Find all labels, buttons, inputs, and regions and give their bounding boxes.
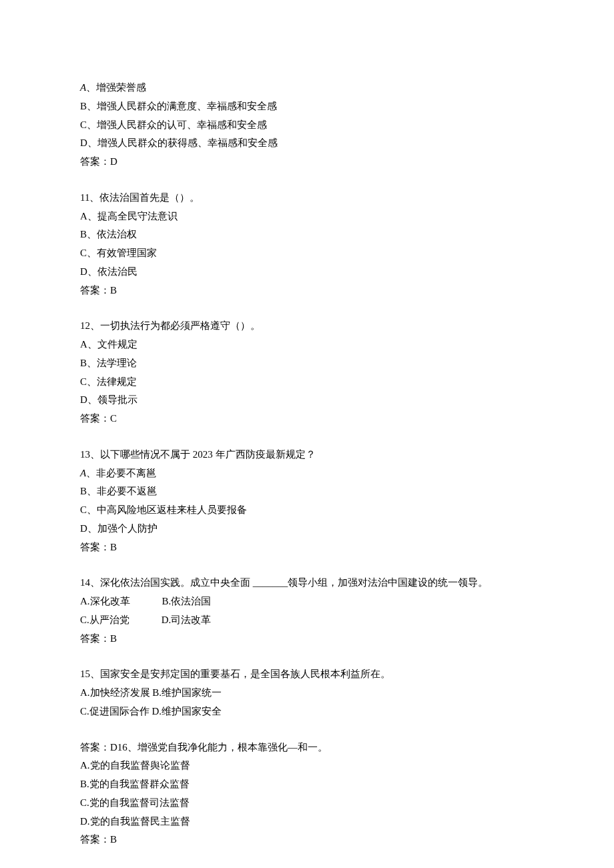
question-12: 12、一切执法行为都必须严格遵守（）。 A、文件规定 B、法学理论 C、法律规定… [80,317,534,428]
option-c: C、增强人民群众的认可、幸福感和安全感 [80,116,534,135]
option-a-text: 、增强荣誉感 [86,82,146,93]
question-stem: 12、一切执法行为都必须严格遵守（）。 [80,317,534,336]
option-c: C.从严治党 [80,611,129,630]
question-14: 14、深化依法治国实践。成立中央全面 _______领导小组，加强对法治中国建设… [80,574,534,648]
option-d: D.司法改革 [162,611,212,630]
options-cd: C.促进国际合作 D.维护国家安全 [80,703,534,721]
option-d: D、领导批示 [80,391,534,410]
option-c: C、有效管理国家 [80,244,534,263]
option-a-prefix: A [80,82,86,93]
option-b: B、非必要不返邕 [80,482,534,501]
answer: 答案：C [80,410,534,428]
option-c: C、中高风险地区返桂来桂人员要报备 [80,501,534,520]
option-d: D、加强个人防护 [80,520,534,538]
question-stem: 15、国家安全是安邦定国的重要基石，是全国各族人民根本利益所在。 [80,665,534,684]
options-row-1: A.深化改革 B.依法治国 [80,592,534,611]
option-b: B、依法治权 [80,226,534,244]
option-a-text: 、非必要不离邕 [86,468,156,478]
question-16: 答案：D16、增强党自我净化能力，根本靠强化—和一。 A.党的自我监督舆论监督 … [80,739,534,850]
question-10-options: A、增强荣誉感 B、增强人民群众的满意度、幸福感和安全感 C、增强人民群众的认可… [80,79,534,171]
option-a-prefix: A [80,468,86,478]
question-15: 15、国家安全是安邦定国的重要基石，是全国各族人民根本利益所在。 A.加快经济发… [80,665,534,721]
option-d: D、增强人民群众的获得感、幸福感和安全感 [80,134,534,153]
answer: 答案：B [80,630,534,648]
question-13: 13、以下哪些情况不属于 2023 年广西防疫最新规定？ A、非必要不离邕 B、… [80,446,534,557]
option-a: A、增强荣誉感 [80,79,534,97]
answer: 答案：B [80,831,534,849]
option-b: B.党的自我监督群众监督 [80,775,534,794]
question-stem: 14、深化依法治国实践。成立中央全面 _______领导小组，加强对法治中国建设… [80,574,534,592]
option-a: A、非必要不离邕 [80,464,534,483]
option-c: C、法律规定 [80,373,534,392]
answer: 答案：B [80,282,534,300]
option-b: B.依法治国 [162,592,212,611]
option-b: B、法学理论 [80,354,534,373]
question-stem: 13、以下哪些情况不属于 2023 年广西防疫最新规定？ [80,446,534,464]
answer: 答案：B [80,538,534,557]
options-row-2: C.从严治党 D.司法改革 [80,611,534,630]
option-b: B、增强人民群众的满意度、幸福感和安全感 [80,97,534,116]
option-a: A、文件规定 [80,336,534,354]
option-d: D.党的自我监督民主监督 [80,813,534,831]
question-11: 11、依法治国首先是（）。 A、提高全民守法意识 B、依法治权 C、有效管理国家… [80,189,534,300]
question-stem: 11、依法治国首先是（）。 [80,189,534,207]
option-c: C.党的自我监督司法监督 [80,794,534,813]
answer-15-and-stem-16: 答案：D16、增强党自我净化能力，根本靠强化—和一。 [80,739,534,757]
option-a: A、提高全民守法意识 [80,207,534,226]
answer: 答案：D [80,153,534,171]
option-a: A.党的自我监督舆论监督 [80,757,534,775]
option-d: D、依法治民 [80,263,534,282]
option-a: A.深化改革 [80,592,130,611]
options-ab: A.加快经济发展 B.维护国家统一 [80,684,534,703]
